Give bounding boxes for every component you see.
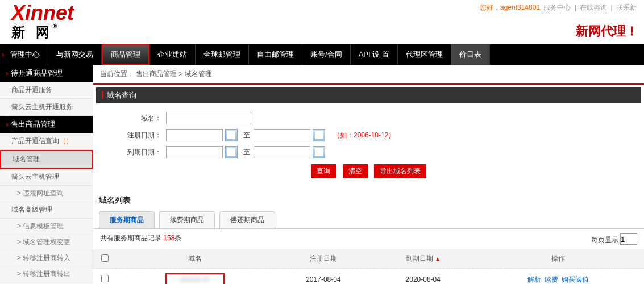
nav-site[interactable]: 企业建站 [149,44,196,65]
tab-redeem[interactable]: 偿还期商品 [219,211,275,228]
count-text: 共有服务期商品记录 158条 [100,233,181,245]
brand-right: 新网代理！ [576,23,638,40]
label-exp: 到期日期： [105,148,161,157]
reg-date: 2017-08-04 [273,269,373,285]
side-open-cloud[interactable]: 箭头云主机开通服务 [0,99,93,116]
tab-service[interactable]: 服务期商品 [99,211,155,228]
nav-product-manage[interactable]: 商品管理 [102,44,149,65]
sidebar-item[interactable]: 域名高级管理 [0,202,93,219]
nav-api[interactable]: API 设 置 [351,44,398,65]
export-button[interactable]: 导出域名列表 [374,164,426,178]
list-title: 域名列表 [93,190,644,211]
calendar-icon[interactable] [225,146,238,158]
exp-to-input[interactable] [254,146,310,158]
label-domain: 域名： [105,114,161,123]
main-nav: 管理中心 与新网交易 商品管理 企业建站 全球邮管理 自由邮管理 账号/合同 A… [0,44,644,65]
sidebar-item[interactable]: > 违规网址查询 [0,186,93,202]
sidebar-item[interactable]: 域名管理 [0,150,93,169]
table-row: xxxxxx.cn2017-08-042020-08-04解析续费购买阈值 [93,269,644,285]
side-open-service[interactable]: 商品开通服务 [0,82,93,99]
search-button[interactable]: 查询 [311,164,336,178]
top-links: 您好，agent314801 服务中心 | 在线咨询 | 联系新 [480,3,638,12]
op-link[interactable]: 续费 [545,275,558,283]
th-exp[interactable]: 到期日期 ▲ [373,249,473,269]
sidebar: 待开通商品管理 商品开通服务 箭头云主机开通服务 售出商品管理 产品开通信查询（… [0,65,93,284]
row-checkbox[interactable] [101,275,109,282]
sidebar-item[interactable]: > 域名管理权变更 [0,235,93,250]
op-link[interactable]: 购买阈值 [562,275,589,283]
sidebar-item[interactable]: 产品开通信查询（） [0,133,93,150]
sidebar-item[interactable]: > 转移注册商转出 [0,266,93,282]
select-all-checkbox[interactable] [101,254,109,262]
date-hint: （如：2006-10-12） [333,131,395,140]
tab-renew[interactable]: 续费期商品 [159,211,215,228]
nav-price[interactable]: 价目表 [451,44,490,65]
nav-account[interactable]: 账号/合同 [302,44,351,65]
sidebar-item[interactable]: > 转移注册商转入 [0,250,93,266]
th-domain[interactable]: 域名 [116,249,273,269]
link-contact[interactable]: 联系新 [616,3,637,11]
logo: Xinnet 新 网® [11,3,74,41]
clear-button[interactable]: 清空 [343,164,368,178]
page-size-input[interactable] [620,233,637,245]
link-online[interactable]: 在线咨询 [580,3,607,11]
panel-title: 域名查询 [96,87,641,103]
domain-table: 域名 注册日期 到期日期 ▲ 操作 xxxxxx.cn2017-08-04202… [93,249,644,284]
link-service[interactable]: 服务中心 [543,3,571,11]
nav-agent[interactable]: 代理区管理 [398,44,451,65]
nav-freemail[interactable]: 自由邮管理 [249,44,302,65]
nav-globalmail[interactable]: 全球邮管理 [196,44,249,65]
calendar-icon[interactable] [313,146,325,158]
sort-icon: ▲ [435,256,441,262]
exp-from-input[interactable] [166,146,223,158]
op-link[interactable]: 解析 [527,275,541,283]
side-header-sold[interactable]: 售出商品管理 [0,116,93,133]
ops-cell: 解析续费购买阈值 [473,269,644,285]
nav-admin-center[interactable]: 管理中心 [0,44,48,65]
domain-cell[interactable]: xxxxxx.cn [116,269,273,285]
domain-input[interactable] [166,112,251,124]
calendar-icon[interactable] [313,129,325,141]
th-ops: 操作 [473,249,644,269]
page-size: 每页显示 [591,233,637,245]
reg-to-input[interactable] [254,129,310,141]
nav-trade[interactable]: 与新网交易 [48,44,102,65]
sidebar-item[interactable]: 箭头云主机管理 [0,169,93,186]
sidebar-item[interactable]: > 信息模板管理 [0,219,93,235]
exp-date: 2020-08-04 [373,269,473,285]
breadcrumb: 当前位置： 售出商品管理 > 域名管理 [93,65,644,85]
th-reg[interactable]: 注册日期 [273,249,373,269]
calendar-icon[interactable] [225,129,238,141]
side-header-pending[interactable]: 待开通商品管理 [0,65,93,82]
reg-from-input[interactable] [166,129,223,141]
label-reg: 注册日期： [105,131,161,140]
